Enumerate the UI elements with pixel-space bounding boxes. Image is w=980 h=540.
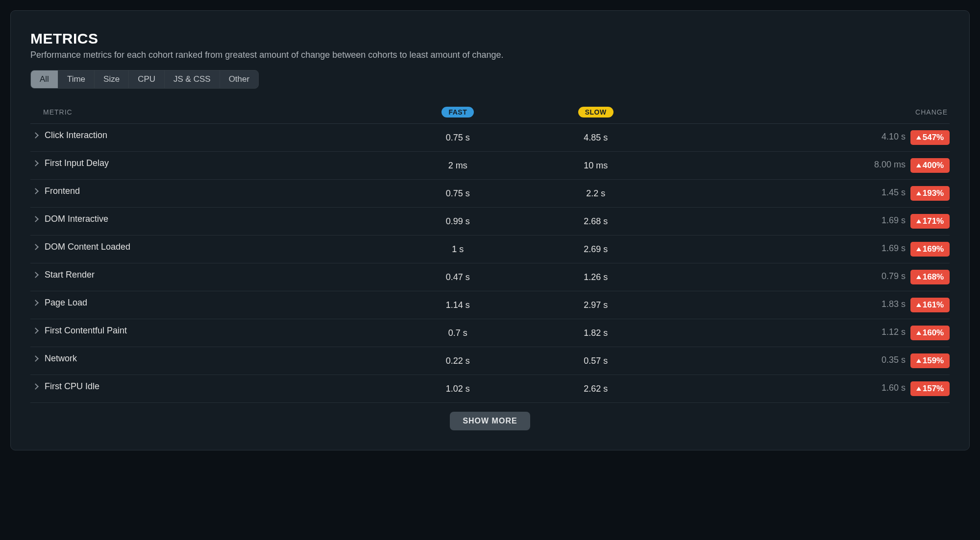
slow-value: 0.57 s [527,347,664,375]
metric-name: First Contentful Paint [45,326,127,336]
change-cell: 0.79 s168% [664,263,950,291]
change-delta: 1.69 s [882,215,906,225]
change-cell: 1.69 s171% [664,208,950,235]
change-cell: 1.83 s161% [664,291,950,319]
arrow-up-icon [916,331,921,335]
change-badge: 547% [910,130,950,145]
metric-cell[interactable]: DOM Content Loaded [30,235,389,258]
metric-cell[interactable]: Page Load [30,291,389,314]
tab-js-css[interactable]: JS & CSS [165,70,220,88]
tab-other[interactable]: Other [220,70,259,88]
change-percent: 157% [923,384,944,394]
page-subtitle: Performance metrics for each cohort rank… [30,50,950,60]
arrow-up-icon [916,387,921,391]
metrics-panel: METRICS Performance metrics for each coh… [10,10,970,450]
metric-name: DOM Interactive [45,214,108,224]
metric-cell[interactable]: Start Render [30,263,389,286]
change-cell: 1.45 s193% [664,180,950,208]
change-cell: 4.10 s547% [664,124,950,152]
slow-value: 2.68 s [527,208,664,235]
change-delta: 4.10 s [882,132,906,141]
fast-value: 0.47 s [389,263,527,291]
change-badge: 159% [910,353,950,368]
change-cell: 0.35 s159% [664,347,950,375]
table-row: DOM Content Loaded1 s2.69 s1.69 s169% [30,235,950,263]
fast-value: 1 s [389,235,527,263]
slow-value: 1.82 s [527,319,664,347]
chevron-right-icon [32,355,39,362]
tab-cpu[interactable]: CPU [129,70,165,88]
filter-tabs: AllTimeSizeCPUJS & CSSOther [30,70,259,89]
slow-value: 1.26 s [527,263,664,291]
change-percent: 159% [923,356,944,366]
change-badge: 169% [910,242,950,257]
arrow-up-icon [916,136,921,140]
slow-value: 10 ms [527,152,664,180]
change-badge: 168% [910,270,950,284]
table-row: Frontend0.75 s2.2 s1.45 s193% [30,180,950,208]
metrics-table: METRIC FAST SLOW CHANGE Click Interactio… [30,101,950,403]
table-row: Start Render0.47 s1.26 s0.79 s168% [30,263,950,291]
metric-name: Start Render [45,270,95,280]
change-percent: 169% [923,244,944,254]
change-cell: 1.69 s169% [664,235,950,263]
fast-value: 0.75 s [389,124,527,152]
fast-value: 0.7 s [389,319,527,347]
change-badge: 193% [910,186,950,201]
change-delta: 0.79 s [882,271,906,281]
chevron-right-icon [32,328,39,334]
change-cell: 1.12 s160% [664,319,950,347]
show-more-button[interactable]: SHOW MORE [450,412,530,430]
col-header-change: CHANGE [664,101,950,124]
change-delta: 1.69 s [882,243,906,253]
metric-name: Network [45,353,77,364]
arrow-up-icon [916,303,921,307]
change-cell: 8.00 ms400% [664,152,950,180]
table-row: First CPU Idle1.02 s2.62 s1.60 s157% [30,375,950,403]
metric-name: Frontend [45,186,80,196]
tab-all[interactable]: All [31,70,58,88]
table-row: Page Load1.14 s2.97 s1.83 s161% [30,291,950,319]
chevron-right-icon [32,188,39,194]
chevron-right-icon [32,383,39,390]
change-delta: 0.35 s [882,355,906,365]
slow-value: 4.85 s [527,124,664,152]
fast-value: 1.02 s [389,375,527,403]
metric-name: DOM Content Loaded [45,242,130,252]
metric-cell[interactable]: Click Interaction [30,124,389,147]
slow-value: 2.62 s [527,375,664,403]
change-badge: 161% [910,298,950,312]
chevron-right-icon [32,216,39,222]
metric-cell[interactable]: First Contentful Paint [30,319,389,342]
slow-value: 2.69 s [527,235,664,263]
metric-cell[interactable]: Frontend [30,180,389,203]
arrow-up-icon [916,247,921,251]
change-percent: 193% [923,188,944,198]
page-title: METRICS [30,30,950,47]
table-row: Network0.22 s0.57 s0.35 s159% [30,347,950,375]
arrow-up-icon [916,359,921,363]
change-percent: 547% [923,133,944,142]
table-row: First Contentful Paint0.7 s1.82 s1.12 s1… [30,319,950,347]
fast-value: 2 ms [389,152,527,180]
change-delta: 1.83 s [882,299,906,309]
chevron-right-icon [32,244,39,250]
change-badge: 160% [910,326,950,340]
change-badge: 157% [910,381,950,396]
table-row: DOM Interactive0.99 s2.68 s1.69 s171% [30,208,950,235]
slow-pill: SLOW [578,107,613,117]
metric-cell[interactable]: First CPU Idle [30,375,389,398]
metric-name: First CPU Idle [45,381,99,392]
change-badge: 400% [910,158,950,173]
metric-cell[interactable]: DOM Interactive [30,208,389,231]
change-cell: 1.60 s157% [664,375,950,403]
metric-cell[interactable]: First Input Delay [30,152,389,175]
fast-value: 0.22 s [389,347,527,375]
tab-time[interactable]: Time [58,70,95,88]
metric-cell[interactable]: Network [30,347,389,370]
arrow-up-icon [916,191,921,195]
col-header-slow: SLOW [527,101,664,124]
tab-size[interactable]: Size [95,70,129,88]
change-percent: 400% [923,161,944,170]
slow-value: 2.97 s [527,291,664,319]
